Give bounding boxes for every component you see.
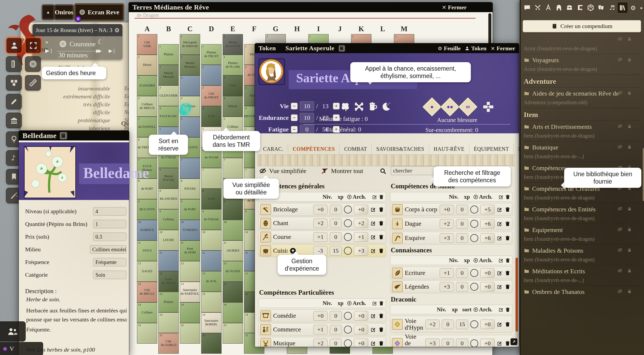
skill-roll-circle[interactable] bbox=[344, 312, 352, 320]
skill-arch[interactable]: +0 bbox=[354, 205, 368, 214]
skill-roll-circle[interactable] bbox=[470, 339, 478, 347]
step-medium-icon[interactable]: » bbox=[45, 39, 48, 45]
skill-niv[interactable]: +1 bbox=[440, 268, 454, 278]
skill-niv[interactable]: +2 bbox=[313, 339, 328, 347]
skill-arch[interactable]: +0 bbox=[354, 325, 368, 334]
compendium-entry[interactable]: EquipementItem (foundryvtt-reve-de-drago… bbox=[524, 224, 641, 244]
demi-reve-token[interactable] bbox=[178, 104, 192, 117]
tmr-cell-E11[interactable]: 11AIGRIES bbox=[223, 240, 243, 261]
compendium-entry[interactable]: VoyageursActor (foundryvtt-reve-de-drago… bbox=[524, 54, 641, 75]
visibility-icon[interactable] bbox=[617, 247, 623, 253]
skill-xp[interactable]: 0 bbox=[456, 233, 468, 243]
skill-row-dague[interactable]: Dague+20+6 bbox=[390, 217, 512, 230]
tmr-cell-B2[interactable]: 2MaraisMorsule bbox=[158, 65, 179, 85]
tmr-cell-E15[interactable]: 15 bbox=[223, 323, 243, 344]
stat-decrease-button[interactable]: − bbox=[291, 103, 298, 110]
compendium-entry[interactable]: Arts et DivertissementsItem (foundryvtt-… bbox=[524, 121, 641, 141]
encaissement-icon[interactable] bbox=[354, 101, 364, 112]
compendium-entry[interactable]: Ombres de Thanatos bbox=[524, 286, 641, 300]
edit-icon[interactable] bbox=[370, 234, 376, 240]
trash-icon[interactable] bbox=[379, 194, 384, 200]
skill-arch[interactable]: +6 bbox=[480, 233, 495, 243]
tmr-diamond-badge[interactable]: 00 bbox=[459, 98, 477, 116]
lock-icon[interactable] bbox=[627, 268, 632, 273]
tmr-cell-D10[interactable]: 10 bbox=[201, 230, 222, 251]
skill-niv[interactable]: +3 bbox=[425, 339, 440, 347]
visibility-icon[interactable] bbox=[617, 144, 623, 149]
tmr-cell-A13[interactable]: 13Citéde BRULZ bbox=[137, 282, 157, 302]
tmr-close-button[interactable]: ✕ Fermer bbox=[442, 4, 467, 11]
edit-icon[interactable] bbox=[372, 194, 378, 200]
visibility-icon[interactable] bbox=[617, 124, 623, 129]
skill-sort[interactable]: 15 bbox=[456, 320, 468, 329]
skill-roll-circle[interactable] bbox=[470, 234, 478, 242]
stat-value[interactable]: 10 bbox=[300, 101, 314, 111]
circle-up-icon[interactable] bbox=[473, 258, 479, 263]
edit-icon[interactable] bbox=[497, 221, 503, 227]
tmr-cell-A11[interactable]: 11S'OUS bbox=[137, 240, 157, 261]
encombrement-icon[interactable] bbox=[482, 101, 495, 113]
stat-increase-button[interactable]: + bbox=[333, 103, 340, 110]
trash-icon[interactable] bbox=[378, 327, 384, 333]
edit-icon[interactable] bbox=[497, 235, 503, 241]
lock-icon[interactable] bbox=[627, 124, 632, 129]
tmr-cell-C13[interactable]: 13Sanctuairede PARTOUL bbox=[180, 282, 200, 302]
edit-icon[interactable] bbox=[497, 207, 503, 212]
tmr-cell-B8[interactable]: 8BLANCHES bbox=[158, 189, 179, 209]
sheet-close-button[interactable]: ✕Fermer bbox=[491, 45, 515, 52]
tmr-cell-A3[interactable]: 3d'ASSORH bbox=[137, 75, 157, 96]
edit-icon[interactable] bbox=[372, 301, 378, 306]
visibility-icon[interactable] bbox=[617, 36, 623, 42]
skill-roll-circle[interactable] bbox=[344, 326, 352, 334]
skill-roll-circle[interactable] bbox=[470, 320, 478, 328]
trash-icon[interactable] bbox=[505, 207, 510, 212]
sidebar-tab-hood[interactable] bbox=[554, 2, 564, 13]
skill-niv[interactable]: +2 bbox=[440, 219, 454, 229]
visibility-icon[interactable] bbox=[617, 57, 623, 62]
sidebar-tab-gear[interactable]: ⚙ bbox=[628, 2, 638, 13]
tmr-diamond-badge[interactable] bbox=[441, 98, 459, 116]
calendar-settings-icon[interactable]: ⚙ bbox=[114, 27, 120, 34]
tmr-cell-E7[interactable]: 7 bbox=[223, 158, 243, 179]
tmr-cell-D2[interactable]: 2 bbox=[201, 65, 222, 85]
circle-up-icon[interactable] bbox=[473, 307, 479, 312]
skill-roll-circle[interactable] bbox=[344, 247, 352, 255]
visibility-icon[interactable] bbox=[617, 90, 623, 95]
skill-row-comédie[interactable]: Comédie+00+0 bbox=[259, 310, 386, 322]
lock-icon[interactable] bbox=[627, 247, 632, 253]
lock-icon[interactable] bbox=[627, 289, 632, 294]
tmr-cell-D3[interactable]: 3Citéde FROST bbox=[201, 85, 222, 106]
trash-icon[interactable] bbox=[378, 340, 384, 346]
edit-icon[interactable] bbox=[498, 258, 504, 263]
circle-up-icon[interactable] bbox=[347, 194, 352, 200]
skill-row-ecriture[interactable]: Ecriture+10+0 bbox=[390, 267, 512, 279]
skill-niv[interactable]: +1 bbox=[313, 325, 328, 334]
edit-icon[interactable] bbox=[370, 327, 376, 333]
skill-arch[interactable]: +0 bbox=[354, 339, 368, 347]
tmr-cell-E2[interactable]: 2Plainesde FLASK bbox=[223, 55, 243, 75]
field-input[interactable]: Fréquente bbox=[93, 258, 126, 266]
edit-icon[interactable] bbox=[370, 340, 376, 346]
tool-structures-button[interactable] bbox=[6, 113, 22, 128]
skill-niv[interactable]: +0 bbox=[313, 311, 328, 321]
sheet-titlebar[interactable]: Token Sariette Asperule ⚙Feuille Token ✕… bbox=[255, 43, 519, 53]
players-toggle[interactable] bbox=[0, 321, 26, 342]
tmr-cell-D8[interactable]: 8Forêt bbox=[201, 189, 222, 209]
compendium-entry[interactable]: Aides de jeu de scenarios Rêve de Dragon… bbox=[524, 87, 641, 108]
tmr-cell-A15[interactable]: 15 bbox=[137, 323, 157, 344]
trash-icon[interactable] bbox=[378, 220, 384, 226]
stat-decrease-button[interactable]: − bbox=[291, 126, 298, 133]
skill-arch[interactable]: +0 bbox=[480, 282, 495, 292]
tab-description[interactable]: DESCRIPTION bbox=[513, 144, 519, 153]
tool-ruler-tool-button[interactable] bbox=[25, 75, 41, 90]
edit-icon[interactable] bbox=[498, 194, 504, 200]
belledame-image[interactable] bbox=[24, 146, 76, 198]
tool-measure-button[interactable] bbox=[6, 56, 22, 72]
tmr-cell-C5[interactable]: 5 bbox=[180, 117, 200, 137]
tmr-cell-E3[interactable]: 3Forêt bbox=[223, 75, 243, 96]
tool-draw-button[interactable] bbox=[6, 94, 22, 109]
tmr-cell-B13[interactable]: 13Plaines bbox=[158, 292, 179, 312]
skill-xp[interactable]: 0 bbox=[330, 311, 342, 321]
skill-row-légendes[interactable]: Légendes+30+0 bbox=[390, 280, 512, 293]
tmr-cell-A2[interactable]: 2Désert bbox=[137, 55, 157, 75]
